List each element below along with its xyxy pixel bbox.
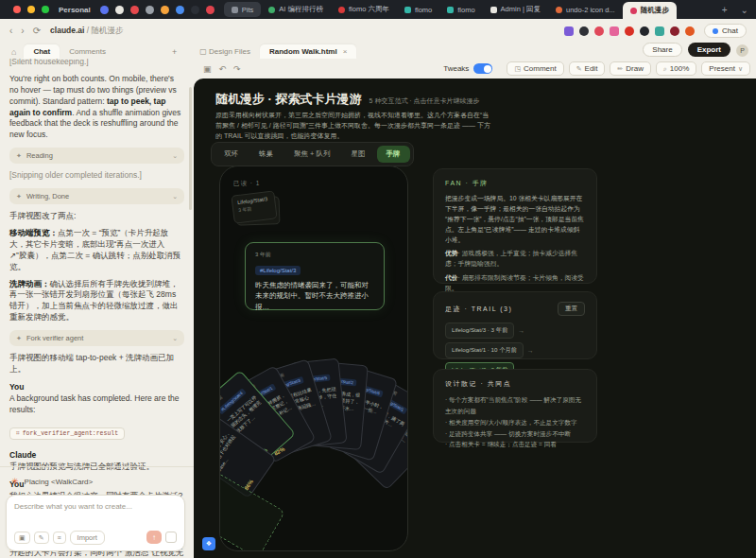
- redo-icon[interactable]: ↷: [233, 64, 241, 74]
- diamond-icon: ❖: [206, 540, 212, 548]
- send-button[interactable]: ↑: [146, 531, 162, 544]
- app-tab-row: ⌂ Chat Comments + ▢ Design Files Random …: [0, 43, 756, 59]
- extension-icon[interactable]: [655, 26, 664, 36]
- browser-tab-undo-icon[interactable]: undo-2 icon d...: [548, 2, 623, 17]
- design-canvas: 随机漫步 · 探索式卡片漫游 5 种交互范式 · 点击任意卡片继续漫步 原图采用…: [194, 78, 756, 558]
- comment-button[interactable]: ◳Comment: [507, 61, 563, 76]
- zoom-level-button[interactable]: ⌕100%: [656, 61, 696, 76]
- checkbox-button[interactable]: [165, 532, 177, 543]
- avatar[interactable]: P: [736, 44, 748, 57]
- pinned-tabs: [100, 6, 215, 14]
- result-chip[interactable]: ⌗ fork_verifier_agent:result: [9, 427, 125, 440]
- trail-chip[interactable]: Lifelog/Stat/3 · 3 年前: [445, 323, 514, 339]
- pinned-tab-icon[interactable]: [115, 6, 124, 14]
- extension-icon[interactable]: [625, 26, 634, 36]
- tab-favicon: [404, 7, 411, 13]
- spinner-asterisk-icon: ✳: [11, 477, 19, 486]
- browser-chat-button[interactable]: Chat: [704, 24, 747, 38]
- home-icon[interactable]: ⌂: [11, 47, 16, 57]
- variant-tab-hand[interactable]: 手牌: [377, 146, 410, 163]
- edit-icon: ✎: [576, 65, 582, 73]
- browser-tab-admin[interactable]: Admin | 回复: [483, 2, 548, 17]
- forward-icon[interactable]: ›: [21, 26, 24, 36]
- pinned-tab-icon[interactable]: [130, 6, 139, 14]
- trail-title: 足迹 · TRAIL (3): [445, 305, 512, 314]
- pinned-tab-icon[interactable]: [191, 6, 199, 14]
- variant-tab-web[interactable]: 蛛巢: [249, 146, 283, 163]
- tab-favicon: [556, 7, 562, 13]
- frame-icon[interactable]: ▣: [203, 64, 212, 74]
- collapsible-writing[interactable]: ✦ Writing, Done ⌄: [9, 188, 184, 204]
- browser-tab-active-random-walk[interactable]: 随机漫步: [623, 2, 677, 19]
- pinned-tab-icon[interactable]: [146, 6, 154, 14]
- zoom-window-button[interactable]: [42, 6, 49, 13]
- collapsible-fork-verifier[interactable]: ✦ Fork verifier agent ⌄: [9, 330, 184, 346]
- close-tab-icon[interactable]: ×: [343, 47, 348, 56]
- trail-panel: 足迹 · TRAIL (3) 重置 Lifelog/Stat/3 · 3 年前 …: [433, 291, 597, 359]
- pinned-tab-icon[interactable]: [176, 6, 184, 14]
- variant-tab-focus-queue[interactable]: 聚焦 + 队列: [284, 146, 340, 163]
- extension-icon[interactable]: [564, 26, 574, 36]
- chat-message: 洗牌动画：确认选择后所有手牌先收拢到牌堆，再一张一张错开发到扇形位置（每张起飞 …: [9, 279, 184, 324]
- tweaks-toggle[interactable]: Tweaks: [443, 63, 492, 74]
- close-window-button[interactable]: [13, 6, 21, 13]
- chevron-down-icon: ⌄: [172, 335, 178, 342]
- sliders-icon[interactable]: ≡: [53, 532, 66, 544]
- extension-icon[interactable]: [594, 26, 604, 36]
- composer-input[interactable]: Describe what you want to create...: [14, 502, 177, 511]
- new-tab-button[interactable]: +: [722, 5, 728, 15]
- extension-icon[interactable]: [685, 26, 695, 36]
- present-button[interactable]: Present∨: [701, 61, 750, 76]
- new-chat-plus-icon[interactable]: +: [172, 47, 177, 57]
- browser-tab-flomo-2[interactable]: flomo: [439, 2, 482, 17]
- browser-tab-strip: Personal Pits AI 编程排行榜 flomo 六周年 flomo f…: [0, 0, 756, 19]
- tab-favicon: [268, 7, 275, 13]
- chat-message: 手牌视图的移动端 tap-to-peek + 洗牌动画已加上。: [9, 353, 184, 375]
- browser-tab-flomo-1[interactable]: flomo: [397, 2, 439, 17]
- browser-profile-label[interactable]: Personal: [59, 6, 91, 14]
- pinned-tab-icon[interactable]: [161, 6, 169, 14]
- variant-tab-rings[interactable]: 双环: [215, 146, 248, 163]
- tab-favicon: [630, 8, 637, 14]
- back-icon[interactable]: ‹: [9, 26, 12, 36]
- tab-list-chevron-icon[interactable]: ⌄: [741, 5, 748, 15]
- pinned-tab-icon[interactable]: [100, 6, 109, 14]
- extension-icon[interactable]: [579, 26, 589, 36]
- pen-icon[interactable]: ✎: [34, 532, 49, 544]
- chat-button-label: Chat: [722, 26, 738, 35]
- trail-chip[interactable]: Lifelog/Stat/1 · 10 个月前: [445, 342, 524, 358]
- url-bar[interactable]: claude.ai / 随机漫步: [50, 26, 124, 37]
- extension-icon[interactable]: [670, 26, 679, 36]
- canvas-watermark-badge[interactable]: ❖: [202, 537, 215, 550]
- tab-chat[interactable]: Chat: [24, 44, 60, 59]
- share-button[interactable]: Share: [643, 43, 681, 57]
- browser-tab-flomo-anniv[interactable]: flomo 六周年: [331, 2, 397, 17]
- reset-button[interactable]: 重置: [558, 302, 585, 316]
- tab-random-walk-file[interactable]: Random Walk.html×: [260, 44, 356, 59]
- refresh-icon[interactable]: ⟳: [33, 26, 41, 36]
- arrow-right-icon: →: [518, 327, 524, 334]
- composer: Describe what you want to create... ▣ ✎ …: [6, 495, 185, 551]
- image-icon[interactable]: ▣: [14, 532, 30, 544]
- panel-body: 把漫步变成一场牌局。10 张相关卡以扇形展开在下半屏，像一手牌；最相关的一张自动…: [445, 194, 585, 245]
- undo-icon[interactable]: ↶: [219, 64, 227, 74]
- export-button[interactable]: Export: [688, 43, 730, 57]
- minimize-window-button[interactable]: [27, 6, 35, 13]
- collapsible-reading[interactable]: ✦ Reading ⌄: [9, 148, 184, 164]
- notes-title: 设计散记 · 共同点: [445, 379, 585, 389]
- browser-tab-pits[interactable]: Pits: [224, 2, 262, 17]
- tab-design-files[interactable]: ▢ Design Files: [190, 44, 260, 59]
- tab-comments[interactable]: Comments: [60, 44, 115, 59]
- extension-icon[interactable]: [610, 26, 619, 36]
- toggle-switch[interactable]: [473, 63, 492, 74]
- edit-button[interactable]: ✎Edit: [569, 61, 606, 76]
- sidebar-scrollbar[interactable]: [189, 87, 192, 210]
- draw-button[interactable]: ✏Draw: [610, 61, 651, 76]
- import-button[interactable]: Import: [70, 531, 105, 546]
- variant-tab-starmap[interactable]: 星图: [342, 146, 375, 163]
- extension-icon[interactable]: [640, 26, 649, 36]
- chat-message: You're right on both counts. On mobile, …: [9, 74, 184, 141]
- browser-tab-ai-ranking[interactable]: AI 编程排行榜: [261, 2, 331, 17]
- status-text: Placing <WalkCard>: [25, 478, 94, 486]
- pinned-tab-icon[interactable]: [206, 6, 215, 14]
